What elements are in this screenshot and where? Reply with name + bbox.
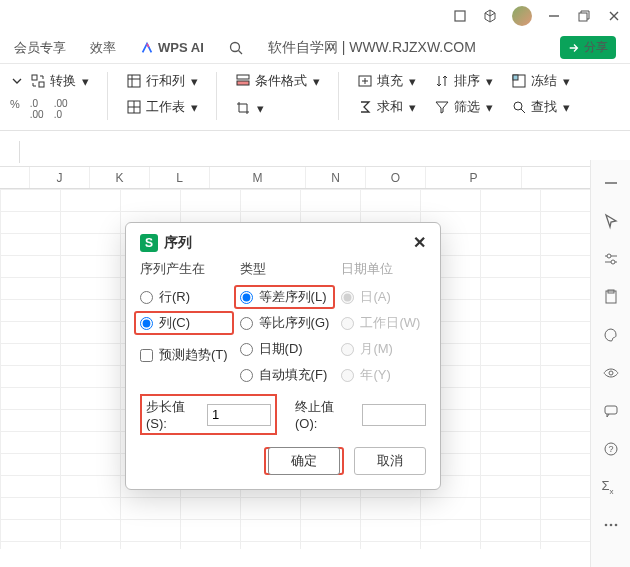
column-header[interactable]: L (150, 167, 210, 188)
svg-point-27 (609, 371, 613, 375)
restore-icon[interactable] (576, 8, 592, 24)
radio-year: 年(Y) (341, 366, 420, 384)
svg-line-4 (238, 50, 242, 54)
tab-member[interactable]: 会员专享 (14, 39, 66, 57)
settings-slider-icon[interactable] (602, 250, 620, 268)
radio-columns[interactable]: 列(C) (140, 314, 228, 332)
search-icon[interactable] (228, 40, 244, 56)
share-button[interactable]: 分享 (560, 36, 616, 59)
chat-icon[interactable] (602, 402, 620, 420)
help-icon[interactable]: ? (602, 440, 620, 458)
area-button[interactable]: ▾ (235, 100, 320, 116)
percent-format[interactable]: % (10, 98, 20, 120)
palette-icon[interactable] (602, 326, 620, 344)
rowcol-button[interactable]: 行和列▾ (126, 72, 198, 90)
svg-rect-0 (455, 11, 465, 21)
avatar[interactable] (512, 6, 532, 26)
series-in-label: 序列产生在 (140, 260, 228, 278)
svg-rect-13 (237, 75, 249, 79)
column-header[interactable]: N (306, 167, 366, 188)
share-arrow-icon (568, 42, 580, 54)
radio-growth[interactable]: 等比序列(G) (240, 314, 330, 332)
convert-button[interactable]: 转换▾ (30, 72, 89, 90)
watermark-text: 软件自学网 | WWW.RJZXW.COM (268, 39, 476, 57)
radio-linear[interactable]: 等差序列(L) (240, 288, 330, 306)
svg-text:?: ? (608, 444, 613, 454)
svg-rect-7 (128, 75, 140, 87)
step-label: 步长值(S): (146, 398, 201, 431)
column-header[interactable]: J (30, 167, 90, 188)
formula-bar[interactable] (0, 137, 630, 167)
select-arrow-icon[interactable] (602, 212, 620, 230)
ai-logo-icon (140, 41, 154, 55)
condfmt-button[interactable]: 条件格式▾ (235, 72, 320, 90)
date-unit-label: 日期单位 (341, 260, 420, 278)
svg-point-18 (514, 102, 522, 110)
decrease-decimal[interactable]: .0.00 (30, 98, 44, 120)
ok-button[interactable]: 确定 (268, 447, 340, 475)
radio-day: 日(A) (341, 288, 420, 306)
radio-autofill[interactable]: 自动填充(F) (240, 366, 330, 384)
clipboard-icon[interactable] (602, 288, 620, 306)
svg-point-23 (607, 254, 611, 258)
caret-down-icon: ▾ (82, 74, 89, 89)
worksheet-icon (126, 99, 142, 115)
filter-icon (434, 99, 450, 115)
minus-icon[interactable] (602, 174, 620, 192)
close-icon[interactable] (606, 8, 622, 24)
radio-weekday: 工作日(W) (341, 314, 420, 332)
worksheet-button[interactable]: 工作表▾ (126, 98, 198, 116)
minimize-icon[interactable] (546, 8, 562, 24)
formula-sigma-icon[interactable]: Σx (602, 478, 620, 496)
tab-efficiency[interactable]: 效率 (90, 39, 116, 57)
radio-month: 月(M) (341, 340, 420, 358)
condfmt-icon (235, 73, 251, 89)
stop-input[interactable] (362, 404, 426, 426)
column-headers: J K L M N O P (0, 167, 630, 189)
series-dialog: S 序列 ✕ 序列产生在 行(R) 列(C) 预测趋势(T) 类型 等差序列(L… (125, 222, 441, 490)
radio-rows[interactable]: 行(R) (140, 288, 228, 306)
step-input[interactable] (207, 404, 271, 426)
fill-button[interactable]: 填充▾ (357, 72, 416, 90)
eye-icon[interactable] (602, 364, 620, 382)
convert-icon (30, 73, 46, 89)
column-header[interactable]: P (426, 167, 522, 188)
svg-rect-14 (237, 81, 249, 85)
svg-point-3 (230, 42, 239, 51)
fill-icon (357, 73, 373, 89)
svg-point-24 (611, 260, 615, 264)
filter-button[interactable]: 筛选▾ (434, 98, 493, 116)
trend-checkbox[interactable]: 预测趋势(T) (140, 346, 228, 364)
column-header[interactable]: O (366, 167, 426, 188)
sum-button[interactable]: 求和▾ (357, 98, 416, 116)
square-icon[interactable] (452, 8, 468, 24)
sigma-icon (357, 99, 373, 115)
svg-rect-2 (579, 13, 587, 21)
side-toolbar: ? Σx (590, 160, 630, 567)
rowcol-icon (126, 73, 142, 89)
radio-date[interactable]: 日期(D) (240, 340, 330, 358)
more-dots-icon[interactable] (602, 516, 620, 534)
svg-rect-17 (513, 75, 518, 80)
type-label: 类型 (240, 260, 330, 278)
cancel-button[interactable]: 取消 (354, 447, 426, 475)
crop-icon (235, 100, 251, 116)
svg-point-33 (614, 524, 617, 527)
column-header[interactable]: K (90, 167, 150, 188)
cube-icon[interactable] (482, 8, 498, 24)
ok-button-highlight: 确定 (264, 447, 344, 475)
chevron-down-icon[interactable] (10, 74, 24, 88)
stop-label: 终止值(O): (295, 398, 354, 431)
sort-icon (434, 73, 450, 89)
dialog-close-button[interactable]: ✕ (413, 233, 426, 252)
freeze-button[interactable]: 冻结▾ (511, 72, 570, 90)
wps-logo-icon: S (140, 234, 158, 252)
find-button[interactable]: 查找▾ (511, 98, 570, 116)
wps-ai-button[interactable]: WPS AI (140, 40, 204, 55)
increase-decimal[interactable]: .00.0 (54, 98, 68, 120)
share-label: 分享 (584, 39, 608, 56)
sort-button[interactable]: 排序▾ (434, 72, 493, 90)
freeze-icon (511, 73, 527, 89)
column-header[interactable]: M (210, 167, 306, 188)
svg-point-31 (604, 524, 607, 527)
